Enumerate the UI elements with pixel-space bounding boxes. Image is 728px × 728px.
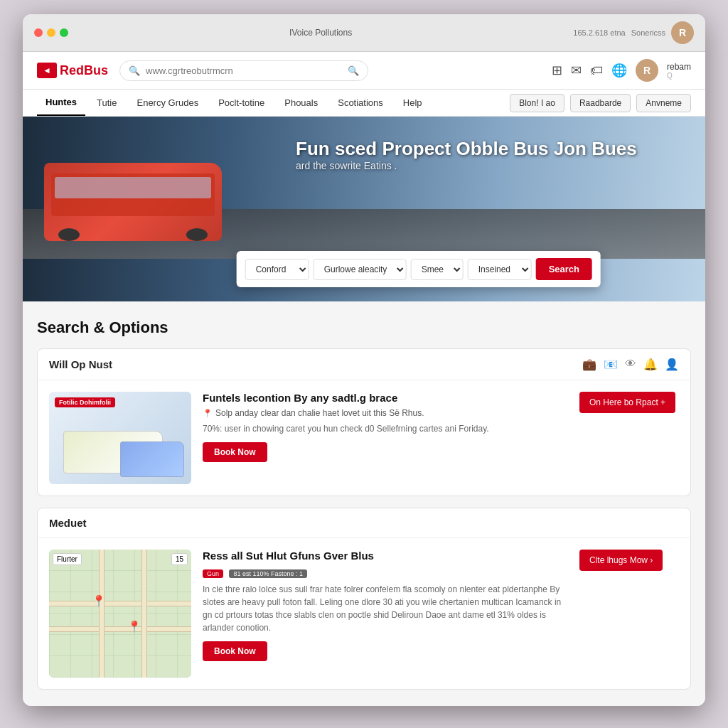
mail-icon[interactable]: 📧 <box>604 358 618 371</box>
seats-select[interactable]: Inseined <box>468 259 532 280</box>
close-button[interactable] <box>34 28 43 37</box>
speaker-icon[interactable]: 🔔 <box>643 358 658 371</box>
hero-bus-illustration <box>44 163 222 241</box>
maximize-button[interactable] <box>60 28 68 37</box>
to-city-select[interactable]: Gurlowe aleacity <box>314 259 407 280</box>
map-pin-2: 📍 <box>127 620 141 633</box>
map-pin-1: 📍 <box>92 594 106 608</box>
globe-icon[interactable]: 🌐 <box>611 63 627 78</box>
briefcase-icon[interactable]: 💼 <box>582 358 596 371</box>
map-scale: 15 <box>171 553 188 565</box>
minimize-button[interactable] <box>47 28 55 37</box>
card-header-2: Meduet <box>38 508 690 538</box>
card-location-1: Solp anday clear dan chalie haet lovet u… <box>203 408 568 418</box>
hero-search-form: Conford Gurlowe aleacity Smee Inseined S… <box>237 251 601 287</box>
username-display: rebam Q <box>667 62 691 80</box>
nav-item-scotiations[interactable]: Scotiations <box>329 90 392 115</box>
nav-btn-raadboard[interactable]: Raadbarde <box>570 94 631 112</box>
site-header: ◄ RedBus 🔍 🔍 ⊞ ✉ 🏷 🌐 R rebam Q <box>23 52 705 90</box>
card-image-1: Fotilic Dohimfolii <box>49 392 191 484</box>
action-btn-1[interactable]: On Here bo Rpact + <box>579 392 675 413</box>
hero-text-block: Fun sced Propect Obble Bus Jon Bues ard … <box>296 138 637 171</box>
map-road-h-1 <box>49 601 191 606</box>
hero-title: Fun sced Propect Obble Bus Jon Bues <box>296 138 637 160</box>
hero-subtitle: ard the sowrite Eatins . <box>296 160 637 171</box>
card-will-op-nust: Will Op Nust 💼 📧 👁 🔔 👤 Fotilic Dohimfoli… <box>37 348 691 496</box>
from-city-select[interactable]: Conford <box>245 259 309 280</box>
action-btn-2[interactable]: Clte lhugs Mow › <box>579 550 663 571</box>
nav-item-tutie[interactable]: Tutie <box>88 90 125 115</box>
map-road-v-1 <box>99 550 105 678</box>
user-avatar: R <box>671 21 694 44</box>
card-badges-2: Gun 81 est 110% Fastone : 1 <box>203 566 568 579</box>
card-title-2: Ress all Sut Hlut Gfuns Gver Blus <box>203 550 568 562</box>
section-title: Search & Options <box>37 318 691 337</box>
card-body-1: Fotilic Dohimfolii Funtels lecontion By … <box>38 380 690 496</box>
card-header-title-2: Meduet <box>49 517 87 529</box>
map-road-h-2 <box>49 626 191 632</box>
date-select[interactable]: Smee <box>411 259 464 280</box>
search-submit-icon[interactable]: 🔍 <box>348 65 359 76</box>
map-grid <box>49 550 191 678</box>
book-now-btn-1[interactable]: Book Now <box>203 442 267 462</box>
nav-btn-anvn[interactable]: Anvneme <box>636 94 691 112</box>
card-info-1: Funtels lecontion By any sadtl.g brace S… <box>203 392 568 484</box>
browser-status: 165.2.618 etna Sonericss R <box>573 21 694 44</box>
page-content: ◄ RedBus 🔍 🔍 ⊞ ✉ 🏷 🌐 R rebam Q <box>23 52 705 706</box>
global-search-bar[interactable]: 🔍 🔍 <box>119 60 368 81</box>
logo-text: RedBus <box>60 63 108 78</box>
header-actions: ⊞ ✉ 🏷 🌐 R rebam Q <box>552 59 691 82</box>
browser-title: IVoice Pollutions <box>77 28 564 38</box>
card-desc-2: In cle thre ralo lolce sus sull frar hat… <box>203 583 568 634</box>
nav-item-poclt[interactable]: Poclt-totine <box>210 90 273 115</box>
badge-gray-2: 81 est 110% Fastone : 1 <box>229 569 307 578</box>
card-header-1: Will Op Nust 💼 📧 👁 🔔 👤 <box>38 349 690 380</box>
logo[interactable]: ◄ RedBus <box>37 63 108 78</box>
card-header-title-1: Will Op Nust <box>49 358 112 370</box>
card-title-1: Funtels lecontion By any sadtl.g brace <box>203 392 568 404</box>
browser-window: IVoice Pollutions 165.2.618 etna Soneric… <box>23 14 705 706</box>
nav-item-phouals[interactable]: Phouals <box>276 90 326 115</box>
avatar[interactable]: R <box>636 59 658 82</box>
grid-icon[interactable]: ⊞ <box>552 63 562 78</box>
search-button[interactable]: Search <box>536 258 592 280</box>
main-nav: Huntes Tutie Enercy Grudes Poclt-totine … <box>23 90 705 117</box>
nav-item-huntes[interactable]: Huntes <box>37 90 85 116</box>
bus-mini-illustration-2 <box>120 441 184 477</box>
map-label: Flurter <box>53 553 82 565</box>
bookmark-icon[interactable]: 🏷 <box>590 63 603 78</box>
traffic-lights <box>34 28 68 37</box>
user-role: Q <box>667 72 691 80</box>
person-icon[interactable]: 👤 <box>665 358 679 371</box>
eye-icon[interactable]: 👁 <box>625 358 636 371</box>
card-info-2: Ress all Sut Hlut Gfuns Gver Blus Gun 81… <box>203 550 568 678</box>
map-road-v-2 <box>141 550 147 678</box>
card-header-icons-1: 💼 📧 👁 🔔 👤 <box>582 358 679 371</box>
mail-icon[interactable]: ✉ <box>571 63 582 78</box>
logo-icon: ◄ <box>37 63 57 78</box>
search-icon: 🔍 <box>129 65 140 76</box>
card-desc-1: 70%: user in chowing caret you hun check… <box>203 422 568 435</box>
badge-red-2: Gun <box>203 569 223 578</box>
nav-right-actions: Blon! I ao Raadbarde Anvneme <box>510 94 691 112</box>
card-body-2: 📍 📍 Flurter 15 Ress all Sut Hlut Gfuns G… <box>38 538 690 689</box>
main-content: Search & Options Will Op Nust 💼 📧 👁 🔔 👤 <box>23 301 705 706</box>
search-input[interactable] <box>146 65 342 76</box>
map-image: 📍 📍 Flurter 15 <box>49 550 191 678</box>
card-action-2: Clte lhugs Mow › <box>579 550 679 678</box>
hero-banner: Fun sced Propect Obble Bus Jon Bues ard … <box>23 117 705 301</box>
browser-titlebar: IVoice Pollutions 165.2.618 etna Soneric… <box>23 14 705 52</box>
book-now-btn-2[interactable]: Book Now <box>203 641 267 661</box>
nav-btn-login[interactable]: Blon! I ao <box>510 94 564 112</box>
card-action-1: On Here bo Rpact + <box>579 392 679 484</box>
card-meduet: Meduet 📍 📍 Flurter 15 <box>37 508 691 690</box>
nav-item-help[interactable]: Help <box>395 90 431 115</box>
nav-item-enercy[interactable]: Enercy Grudes <box>128 90 207 115</box>
card-image-badge-1: Fotilic Dohimfolii <box>55 397 115 407</box>
